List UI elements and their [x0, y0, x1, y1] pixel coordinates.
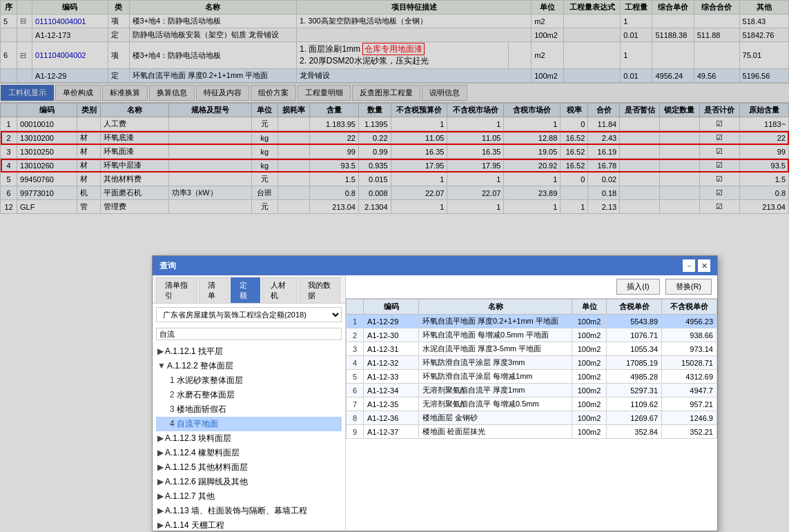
cell-seq: 5 — [347, 370, 364, 384]
modal-dialog: 查询 － ✕ 清单指引 清单 定额 人材机 我的数据 广东省房屋建筑与装 — [152, 255, 718, 531]
cell-seq: 1 — [347, 315, 364, 328]
cell-taxprice: 5543.89 — [607, 315, 662, 328]
modal-tab-mydata[interactable]: 我的数据 — [299, 277, 340, 303]
cell-code: A1-12-31 — [364, 342, 419, 356]
table-row[interactable]: 2 A1-12-30 环氧自流平地面 每增减0.5mm 平地面 100m2 10… — [347, 328, 717, 342]
cell-unit: 100m2 — [572, 356, 607, 370]
cell-unit: 100m2 — [572, 411, 607, 425]
cell-taxprice: 1055.34 — [607, 342, 662, 356]
cell-seq: 7 — [347, 397, 364, 411]
modal-tab-materials[interactable]: 人材机 — [262, 277, 298, 303]
table-row[interactable]: 7 A1-12-35 无溶剂聚氨酯自流平 每增减0.5mm 100m2 1109… — [347, 397, 717, 411]
cell-code: A1-12-34 — [364, 384, 419, 397]
tree-item-self-leveling[interactable]: 4自流平地面 — [156, 417, 342, 431]
modal-right-panel: 插入(I) 替换(R) 编码 名称 单位 含税单价 不 — [346, 275, 717, 531]
cell-seq: 4 — [347, 356, 364, 370]
table-row[interactable]: 6 A1-12-34 无溶剂聚氨酯自流平 厚度1mm 100m2 5297.31… — [347, 384, 717, 397]
col-pretax: 不含税单价 — [662, 299, 717, 315]
cell-unit: 100m2 — [572, 328, 607, 342]
cell-seq: 9 — [347, 425, 364, 439]
table-row[interactable]: 9 A1-12-37 楼地面 砼面层抹光 100m2 352.84 352.21 — [347, 425, 717, 439]
modal-quota-dropdown[interactable]: 广东省房屋建筑与装饰工程综合定额(2018) — [156, 307, 342, 322]
cell-taxprice: 352.84 — [607, 425, 662, 439]
cell-taxprice: 5297.31 — [607, 384, 662, 397]
modal-insert-button[interactable]: 插入(I) — [616, 279, 659, 295]
tree-item-baseboard[interactable]: ▶A.1.12.6 踢脚线及其他 — [156, 475, 342, 489]
table-row[interactable]: 8 A1-12-36 楼地面层 金钢砂 100m2 1269.67 1246.9 — [347, 411, 717, 425]
tree-item-fake-stone[interactable]: 3楼地面斩假石 — [156, 402, 342, 417]
modal-tab-checklist[interactable]: 清单指引 — [156, 277, 197, 303]
tree-item-wall-column[interactable]: ▶A.1.13 墙、柱面装饰与隔断、幕墙工程 — [156, 504, 342, 518]
cell-unit: 100m2 — [572, 384, 607, 397]
cell-code: A1-12-36 — [364, 411, 419, 425]
cell-pretax: 973.14 — [662, 342, 717, 356]
modal-tree: ▶A.1.12.1 找平层 ▼A.1.12.2 整体面层 1水泥砂浆整体面层 2… — [153, 342, 345, 531]
cell-code: A1-12-30 — [364, 328, 419, 342]
modal-close-button[interactable]: ✕ — [698, 259, 710, 272]
cell-name: 环氧自流平地面 厚度0.2+1+1mm 平地面 — [419, 315, 572, 328]
modal-overlay: 查询 － ✕ 清单指引 清单 定额 人材机 我的数据 广东省房屋建筑与装 — [0, 0, 789, 532]
col-name: 名称 — [419, 299, 572, 315]
cell-code: A1-12-32 — [364, 356, 419, 370]
tree-item-block-face[interactable]: ▶A.1.12.3 块料面层 — [156, 431, 342, 446]
modal-tab-quota[interactable]: 定额 — [231, 277, 260, 303]
cell-name: 环氧自流平地面 每增减0.5mm 平地面 — [419, 328, 572, 342]
modal-title: 查询 — [159, 260, 176, 272]
modal-replace-button[interactable]: 替换(R) — [665, 279, 712, 295]
table-row[interactable]: 5 A1-12-33 环氧防滑自流平涂层 每增减1mm 100m2 4985.2… — [347, 370, 717, 384]
cell-taxprice: 1076.71 — [607, 328, 662, 342]
cell-code: A1-12-35 — [364, 397, 419, 411]
modal-tab-list[interactable]: 清单 — [199, 277, 228, 303]
cell-name: 环氧防滑自流平涂层 厚度3mm — [419, 356, 572, 370]
col-taxprice: 含税单价 — [607, 299, 662, 315]
tree-item-whole-face[interactable]: ▼A.1.12.2 整体面层 — [156, 359, 342, 373]
col-unit: 单位 — [572, 299, 607, 315]
cell-unit: 100m2 — [572, 397, 607, 411]
tree-item-rubber-face[interactable]: ▶A.1.12.4 橡塑料面层 — [156, 446, 342, 460]
cell-name: 楼地面层 金钢砂 — [419, 411, 572, 425]
tree-item-ceiling[interactable]: ▶A.1.14 天棚工程 — [156, 518, 342, 531]
cell-pretax: 938.66 — [662, 328, 717, 342]
cell-unit: 100m2 — [572, 315, 607, 328]
cell-pretax: 1246.9 — [662, 411, 717, 425]
cell-seq: 8 — [347, 411, 364, 425]
cell-seq: 6 — [347, 384, 364, 397]
cell-unit: 100m2 — [572, 425, 607, 439]
col-code: 编码 — [364, 299, 419, 315]
cell-pretax: 4947.7 — [662, 384, 717, 397]
modal-minimize-button[interactable]: － — [683, 259, 695, 272]
cell-taxprice: 1269.67 — [607, 411, 662, 425]
cell-seq: 3 — [347, 342, 364, 356]
modal-header-buttons: － ✕ — [683, 259, 710, 272]
cell-unit: 100m2 — [572, 370, 607, 384]
table-row[interactable]: 4 A1-12-32 环氧防滑自流平涂层 厚度3mm 100m2 17085.1… — [347, 356, 717, 370]
modal-action-bar: 插入(I) 替换(R) — [346, 275, 717, 299]
modal-results-table: 编码 名称 单位 含税单价 不含税单价 1 A1-12-29 环 — [346, 299, 717, 439]
modal-search-input[interactable] — [156, 328, 342, 340]
cell-code: A1-12-33 — [364, 370, 419, 384]
modal-header: 查询 － ✕ — [153, 256, 717, 275]
tree-item-cement-mortar[interactable]: 1水泥砂浆整体面层 — [156, 373, 342, 388]
cell-pretax: 352.21 — [662, 425, 717, 439]
cell-code: A1-12-37 — [364, 425, 419, 439]
cell-taxprice: 4985.28 — [607, 370, 662, 384]
cell-name: 无溶剂聚氨酯自流平 厚度1mm — [419, 384, 572, 397]
cell-taxprice: 1109.62 — [607, 397, 662, 411]
cell-seq: 2 — [347, 328, 364, 342]
cell-unit: 100m2 — [572, 342, 607, 356]
modal-tabs: 清单指引 清单 定额 人材机 我的数据 — [153, 275, 345, 304]
table-row[interactable]: 3 A1-12-31 水泥自流平地面 厚度3-5mm 平地面 100m2 105… — [347, 342, 717, 356]
cell-pretax: 957.21 — [662, 397, 717, 411]
cell-code: A1-12-29 — [364, 315, 419, 328]
tree-item-other-material[interactable]: ▶A.1.12.5 其他材料面层 — [156, 460, 342, 475]
tree-item-find-layer[interactable]: ▶A.1.12.1 找平层 — [156, 344, 342, 359]
cell-pretax: 4312.69 — [662, 370, 717, 384]
table-row[interactable]: 1 A1-12-29 环氧自流平地面 厚度0.2+1+1mm 平地面 100m2… — [347, 315, 717, 328]
col-seq — [347, 299, 364, 315]
cell-name: 楼地面 砼面层抹光 — [419, 425, 572, 439]
tree-item-other[interactable]: ▶A.1.12.7 其他 — [156, 489, 342, 504]
tree-item-terrazzo[interactable]: 2水磨石整体面层 — [156, 388, 342, 402]
cell-pretax: 4956.23 — [662, 315, 717, 328]
modal-table-container: 编码 名称 单位 含税单价 不含税单价 1 A1-12-29 环 — [346, 299, 717, 531]
cell-name: 环氧防滑自流平涂层 每增减1mm — [419, 370, 572, 384]
